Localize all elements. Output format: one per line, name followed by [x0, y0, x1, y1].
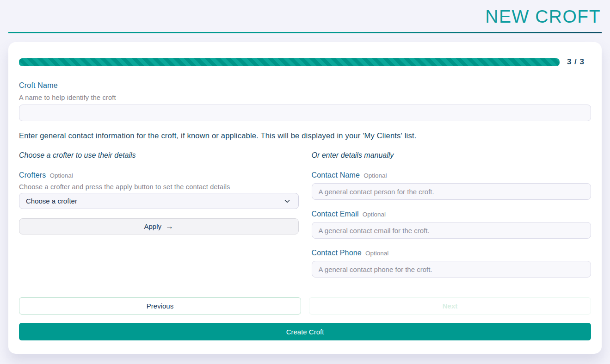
- manual-column-heading: Or enter details manually: [312, 151, 592, 160]
- crofter-column-heading: Choose a crofter to use their details: [19, 151, 299, 160]
- contact-phone-label-row: Contact PhoneOptional: [312, 249, 592, 257]
- apply-button[interactable]: Apply →: [19, 218, 299, 234]
- contact-email-optional-badge: Optional: [363, 211, 386, 218]
- crofters-label-row: CroftersOptional: [19, 171, 299, 179]
- contact-name-optional-badge: Optional: [364, 172, 387, 179]
- crofters-label: Crofters: [19, 171, 46, 179]
- arrow-right-icon: →: [166, 222, 173, 230]
- manual-details-column: Or enter details manually Contact NameOp…: [312, 151, 592, 278]
- contact-name-label: Contact Name: [312, 171, 360, 179]
- new-croft-form-card: 3 / 3 Croft Name A name to help identify…: [8, 42, 602, 354]
- progress-bar: [19, 58, 560, 66]
- page-title: NEW CROFT: [9, 5, 601, 29]
- contact-phone-field-group: Contact PhoneOptional: [312, 249, 592, 278]
- contact-email-label: Contact Email: [312, 210, 359, 218]
- crofters-helper: Choose a crofter and press the apply but…: [19, 183, 299, 191]
- crofter-select[interactable]: Choose a crofter: [19, 193, 299, 209]
- next-button-disabled: Next: [309, 297, 591, 315]
- contact-email-input[interactable]: [312, 222, 592, 239]
- contact-info-intro: Enter general contact information for th…: [19, 131, 591, 140]
- contact-name-field-group: Contact NameOptional: [312, 171, 592, 200]
- previous-button[interactable]: Previous: [19, 297, 301, 315]
- progress-section: 3 / 3: [19, 57, 591, 67]
- apply-button-label: Apply: [144, 222, 161, 230]
- crofters-optional-badge: Optional: [50, 172, 73, 179]
- progress-step-indicator: 3 / 3: [567, 57, 591, 67]
- chevron-down-icon: [283, 197, 291, 205]
- crofter-select-value: Choose a crofter: [26, 197, 77, 205]
- contact-name-input[interactable]: [312, 183, 592, 200]
- create-croft-button[interactable]: Create Croft: [19, 323, 591, 340]
- wizard-nav-row: Previous Next: [19, 297, 591, 315]
- croft-name-input[interactable]: [19, 105, 591, 121]
- contact-columns: Choose a crofter to use their details Cr…: [19, 151, 591, 278]
- contact-email-label-row: Contact EmailOptional: [312, 210, 592, 218]
- contact-email-field-group: Contact EmailOptional: [312, 210, 592, 239]
- croft-name-label: Croft Name: [19, 81, 58, 90]
- croft-name-field-group: Croft Name A name to help identify the c…: [19, 81, 591, 121]
- contact-phone-optional-badge: Optional: [365, 250, 388, 257]
- header-divider: [8, 32, 602, 33]
- contact-name-label-row: Contact NameOptional: [312, 171, 592, 179]
- contact-phone-input[interactable]: [312, 261, 592, 278]
- croft-name-helper: A name to help identify the croft: [19, 94, 591, 101]
- crofter-column: Choose a crofter to use their details Cr…: [19, 151, 299, 234]
- page-header: NEW CROFT: [0, 0, 610, 29]
- contact-phone-label: Contact Phone: [312, 249, 362, 257]
